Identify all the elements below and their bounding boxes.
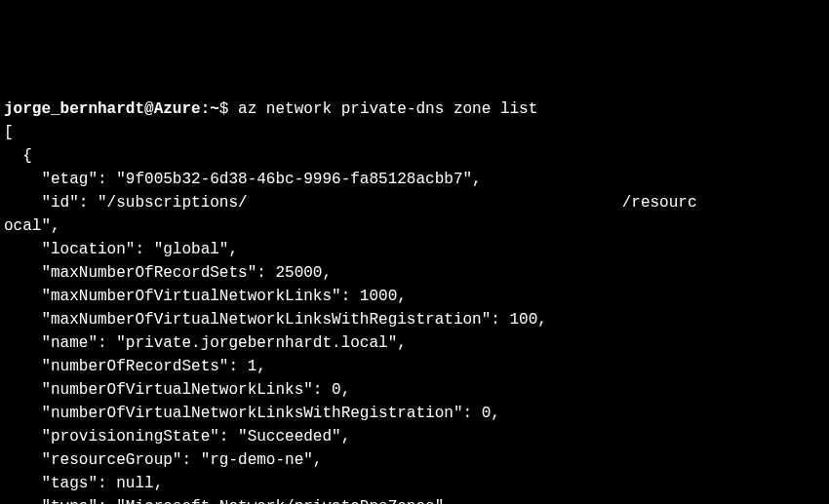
prompt-user: jorge_bernhardt@Azure — [4, 100, 201, 118]
output-line: "numberOfVirtualNetworkLinksWithRegistra… — [4, 405, 500, 422]
prompt-dollar: $ — [219, 100, 238, 118]
output-line: "provisioningState": "Succeeded", — [4, 428, 350, 446]
prompt-sep: : — [201, 100, 211, 118]
output-line: "maxNumberOfRecordSets": 25000, — [4, 264, 332, 282]
output-line: "id": "/subscriptions/ /resourc — [4, 194, 697, 212]
output-line: ocal", — [4, 217, 60, 235]
output-line: "tags": null, — [4, 475, 163, 492]
output-line: [ — [4, 124, 14, 141]
prompt-path: ~ — [210, 100, 219, 118]
output-line: "maxNumberOfVirtualNetworkLinks": 1000, — [4, 288, 407, 305]
output-line: "numberOfVirtualNetworkLinks": 0, — [4, 381, 350, 399]
output-line: "maxNumberOfVirtualNetworkLinksWithRegis… — [4, 311, 547, 329]
command-input[interactable]: az network private-dns zone list — [238, 100, 537, 118]
output-line: "location": "global", — [4, 241, 238, 258]
output-line: "etag": "9f005b32-6d38-46bc-9996-fa85128… — [4, 171, 482, 188]
output-line: "numberOfRecordSets": 1, — [4, 358, 266, 375]
output-line: "name": "private.jorgebernhardt.local", — [4, 334, 407, 352]
output-line: { — [4, 147, 32, 165]
output-line: "type": "Microsoft.Network/privateDnsZon… — [4, 498, 444, 504]
output-line: "resourceGroup": "rg-demo-ne", — [4, 451, 322, 469]
